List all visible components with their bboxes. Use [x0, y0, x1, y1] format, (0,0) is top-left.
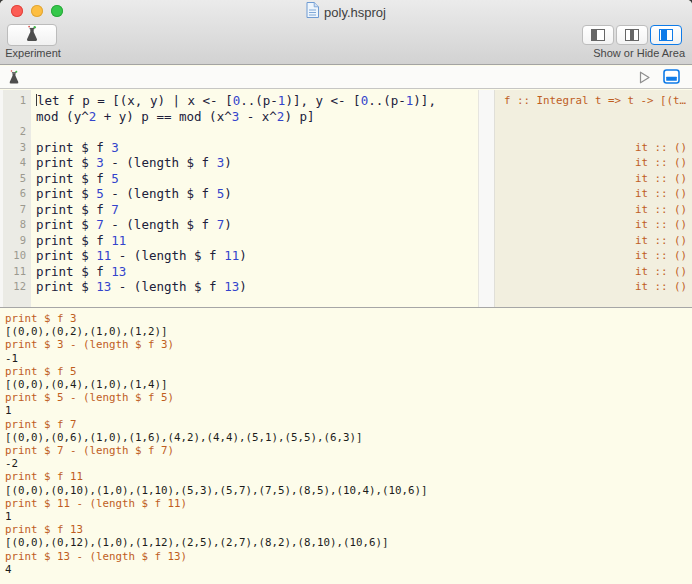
document-icon: [306, 2, 319, 22]
editor-region: 123456789101112 let f p = [(x, y) | x <-…: [0, 90, 692, 308]
line-number: 1: [0, 93, 31, 109]
output-area: print $ f 3[(0,0),(0,2),(1,0),(1,2)]prin…: [0, 308, 692, 584]
output-command: print $ f 13: [5, 523, 692, 536]
line-number: 12: [0, 279, 31, 295]
output-result: [(0,0),(0,6),(1,0),(1,6),(4,2),(4,4),(5,…: [5, 431, 692, 444]
output-result: -2: [5, 457, 692, 470]
output-result: [(0,0),(0,4),(1,0),(1,4)]: [5, 378, 692, 391]
window-chrome: poly.hsproj Experiment Show or Hide Area: [0, 0, 692, 65]
panel-left-icon: [591, 29, 605, 41]
show-hide-area-group: [582, 25, 682, 45]
code-line: print $ f 13: [36, 264, 478, 280]
titlebar: poly.hsproj: [80, 3, 612, 21]
code-line: print $ 13 - (length $ f 13): [36, 279, 478, 295]
it-result: it :: (): [635, 233, 687, 249]
code-line: print $ 7 - (length $ f 7): [36, 217, 478, 233]
panel-right-icon: [659, 29, 673, 41]
code-line: mod (y^2 + y) p == mod (x^3 - x^2) p]: [36, 109, 478, 125]
code-line: let f p = [(x, y) | x <- [0..(p-1)], y <…: [36, 93, 478, 109]
minimize-button[interactable]: [31, 5, 43, 17]
zoom-button[interactable]: [51, 5, 63, 17]
output-command: print $ 13 - (length $ f 13): [5, 550, 692, 563]
it-result: it :: (): [635, 248, 687, 264]
line-number: 4: [0, 155, 31, 171]
type-panel: f :: Integral t => t -> [(t… it :: ()it …: [495, 90, 692, 307]
code-line: print $ f 11: [36, 233, 478, 249]
it-result: it :: (): [635, 264, 687, 280]
output-command: print $ 7 - (length $ f 7): [5, 444, 692, 457]
output-result: -1: [5, 352, 692, 365]
toggle-bottom-area-button[interactable]: [663, 69, 680, 87]
line-number: 9: [0, 233, 31, 249]
line-number: 11: [0, 264, 31, 280]
panel-center-icon: [625, 29, 639, 41]
code-line: print $ f 5: [36, 171, 478, 187]
output-result: [(0,0),(0,2),(1,0),(1,2)]: [5, 325, 692, 338]
output-command: print $ 3 - (length $ f 3): [5, 338, 692, 351]
code-area[interactable]: let f p = [(x, y) | x <- [0..(p-1)], y <…: [31, 90, 478, 307]
type-results: it :: ()it :: ()it :: ()it :: ()it :: ()…: [635, 140, 687, 295]
play-icon: [637, 73, 652, 88]
line-number: 8: [0, 217, 31, 233]
close-button[interactable]: [11, 5, 23, 17]
app-window: poly.hsproj Experiment Show or Hide Area: [0, 0, 692, 584]
toggle-right-area-button[interactable]: [650, 25, 682, 45]
it-result: it :: (): [635, 140, 687, 156]
code-line: print $ 3 - (length $ f 3): [36, 155, 478, 171]
code-line: print $ f 7: [36, 202, 478, 218]
output-command: print $ f 5: [5, 365, 692, 378]
code-line: print $ 11 - (length $ f 11): [36, 248, 478, 264]
run-button[interactable]: [637, 70, 652, 88]
code-line: [36, 124, 478, 140]
output-result: 1: [5, 510, 692, 523]
output-command: print $ f 11: [5, 470, 692, 483]
output-command: print $ f 3: [5, 312, 692, 325]
output-result: [(0,0),(0,12),(1,0),(1,12),(2,5),(2,7),(…: [5, 536, 692, 549]
line-number: 10: [0, 248, 31, 264]
type-signature: f :: Integral t => t -> [(t…: [504, 93, 686, 109]
output-result: [(0,0),(0,10),(1,0),(1,10),(5,3),(5,7),(…: [5, 484, 692, 497]
toggle-left-area-button[interactable]: [582, 25, 614, 45]
code-line: print $ 5 - (length $ f 5): [36, 186, 478, 202]
toggle-center-area-button[interactable]: [616, 25, 648, 45]
it-result: it :: (): [635, 279, 687, 295]
line-number: 5: [0, 171, 31, 187]
show-hide-area-label: Show or Hide Area: [593, 47, 685, 59]
line-number: 7: [0, 202, 31, 218]
it-result: it :: (): [635, 155, 687, 171]
output-result: 1: [5, 404, 692, 417]
bottom-area-icon: [663, 72, 680, 87]
flask-icon: [8, 69, 20, 89]
output-command: print $ 11 - (length $ f 11): [5, 497, 692, 510]
output-command: print $ 5 - (length $ f 5): [5, 391, 692, 404]
code-line: print $ f 3: [36, 140, 478, 156]
experiment-label: Experiment: [0, 47, 66, 59]
it-result: it :: (): [635, 217, 687, 233]
editor-scrollbar[interactable]: [478, 90, 495, 307]
gutter: 123456789101112: [0, 90, 31, 307]
line-number: [0, 109, 31, 125]
output-result: 4: [5, 563, 692, 576]
line-number: 2: [0, 124, 31, 140]
window-title: poly.hsproj: [324, 5, 386, 20]
it-result: it :: (): [635, 202, 687, 218]
line-number: 3: [0, 140, 31, 156]
experiment-button[interactable]: [7, 24, 57, 46]
editor-header-bar: [0, 66, 692, 89]
flask-icon: [25, 25, 39, 45]
it-result: it :: (): [635, 171, 687, 187]
it-result: it :: (): [635, 186, 687, 202]
line-number: 6: [0, 186, 31, 202]
output-command: print $ f 7: [5, 418, 692, 431]
